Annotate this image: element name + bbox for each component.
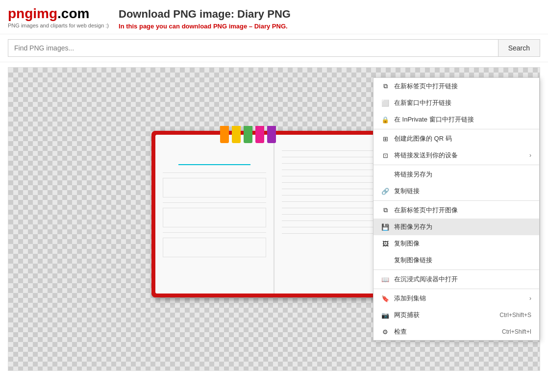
context-menu-item-add-to-collection[interactable]: 🔖添加到集锦› xyxy=(374,290,539,307)
image-area: ⧉在新标签页中打开链接⬜在新窗口中打开链接🔒在 InPrivate 窗口中打开链… xyxy=(8,67,540,371)
bookmarks xyxy=(220,126,276,143)
context-menu-label: 创建此图像的 QR 码 xyxy=(394,134,531,143)
left-page xyxy=(155,135,274,294)
context-menu-label: 网页捕获 xyxy=(394,311,495,319)
page-line xyxy=(163,232,266,233)
capture-icon: 📷 xyxy=(381,311,389,319)
context-menu-label: 在 InPrivate 窗口中打开链接 xyxy=(394,115,531,124)
none-icon xyxy=(381,171,389,178)
context-menu-item-inspect[interactable]: ⚙检查Ctrl+Shift+I xyxy=(374,323,539,340)
context-menu-separator xyxy=(374,129,539,129)
context-menu-item-copy-image[interactable]: 🖼复制图像 xyxy=(374,235,539,252)
copy-img-icon: 🖼 xyxy=(381,240,389,247)
right-line xyxy=(282,176,385,176)
none-icon xyxy=(381,256,389,264)
search-button[interactable]: Search xyxy=(498,39,540,57)
site-logo[interactable]: pngimg.com xyxy=(8,6,109,22)
bookmark-green xyxy=(244,126,252,143)
context-menu-shortcut: Ctrl+Shift+S xyxy=(499,312,531,318)
bookmark-pink xyxy=(255,126,264,143)
link-icon: 🔗 xyxy=(381,187,389,195)
right-line xyxy=(282,150,385,151)
context-menu-separator xyxy=(374,200,539,201)
device-icon: ⊡ xyxy=(381,151,389,159)
context-menu-label: 将链接发送到你的设备 xyxy=(394,151,524,160)
context-menu-label: 在新标签页中打开链接 xyxy=(394,82,531,91)
right-line xyxy=(282,208,385,208)
right-line xyxy=(282,182,385,183)
context-menu-label: 将图像另存为 xyxy=(394,222,531,231)
right-line xyxy=(282,227,385,227)
inprivate-icon: 🔒 xyxy=(381,116,389,123)
page-line xyxy=(163,172,266,173)
search-bar: Search xyxy=(0,34,548,62)
subtitle-prefix: In this page you can download PNG image … xyxy=(119,23,254,30)
context-menu: ⧉在新标签页中打开链接⬜在新窗口中打开链接🔒在 InPrivate 窗口中打开链… xyxy=(373,77,540,341)
context-menu-item-save-image-as[interactable]: 💾将图像另存为 xyxy=(374,219,539,235)
search-input[interactable] xyxy=(8,39,498,57)
context-menu-item-send-to-device[interactable]: ⊡将链接发送到你的设备› xyxy=(374,147,539,164)
right-line xyxy=(282,170,385,170)
context-menu-item-open-image-tab[interactable]: ⧉在新标签页中打开图像 xyxy=(374,202,539,219)
context-menu-label: 添加到集锦 xyxy=(394,294,524,303)
logo-tagline: PNG images and cliparts for web design :… xyxy=(8,23,109,28)
logo-img: img xyxy=(33,6,57,21)
right-line xyxy=(282,233,385,234)
context-menu-label: 在新标签页中打开图像 xyxy=(394,206,531,215)
collection-icon: 🔖 xyxy=(381,294,389,302)
right-line xyxy=(282,157,385,157)
context-menu-item-web-capture[interactable]: 📷网页捕获Ctrl+Shift+S xyxy=(374,307,539,323)
context-menu-label: 检查 xyxy=(394,327,497,336)
context-menu-label: 复制图像链接 xyxy=(394,256,531,265)
context-menu-label: 在沉浸式阅读器中打开 xyxy=(394,275,531,284)
context-menu-item-copy-link[interactable]: 🔗复制链接 xyxy=(374,183,539,199)
page-line-block xyxy=(163,178,266,197)
logo-png: png xyxy=(8,6,33,21)
page-line-block xyxy=(163,238,266,257)
tab-icon: ⧉ xyxy=(381,82,389,90)
bookmark-purple xyxy=(267,126,276,143)
site-header: pngimg.com PNG images and cliparts for w… xyxy=(0,0,548,34)
blue-line xyxy=(178,164,251,165)
submenu-arrow-icon: › xyxy=(529,295,531,302)
page-line xyxy=(163,202,266,203)
right-line xyxy=(282,201,385,202)
diary-image xyxy=(151,131,397,307)
page-title: Download PNG image: Diary PNG xyxy=(119,8,291,21)
bookmark-orange xyxy=(220,126,229,143)
context-menu-item-create-qr[interactable]: ⊞创建此图像的 QR 码 xyxy=(374,130,539,147)
inspect-icon: ⚙ xyxy=(381,328,389,336)
diary-inner xyxy=(155,135,393,294)
context-menu-separator xyxy=(374,165,539,165)
reader-icon: 📖 xyxy=(381,275,389,283)
context-menu-item-open-link-window[interactable]: ⬜在新窗口中打开链接 xyxy=(374,95,539,111)
save-icon: 💾 xyxy=(381,223,389,231)
context-menu-separator xyxy=(374,289,539,289)
context-menu-item-copy-image-link[interactable]: 复制图像链接 xyxy=(374,252,539,269)
subtitle-suffix: . xyxy=(286,23,288,30)
context-menu-item-open-link-tab[interactable]: ⧉在新标签页中打开链接 xyxy=(374,78,539,95)
tab-icon: ⧉ xyxy=(381,206,389,214)
submenu-arrow-icon: › xyxy=(529,152,531,159)
page-line-block xyxy=(163,208,266,227)
main-content: ⧉在新标签页中打开链接⬜在新窗口中打开链接🔒在 InPrivate 窗口中打开链… xyxy=(0,62,548,376)
right-line xyxy=(282,163,385,164)
context-menu-separator xyxy=(374,270,539,270)
context-menu-item-save-link-as[interactable]: 将链接另存为 xyxy=(374,166,539,183)
context-menu-shortcut: Ctrl+Shift+I xyxy=(502,328,531,335)
diary-cover xyxy=(151,131,397,297)
context-menu-label: 复制图像 xyxy=(394,239,531,248)
window-icon: ⬜ xyxy=(381,99,389,107)
page-subtitle: In this page you can download PNG image … xyxy=(119,23,291,30)
context-menu-label: 复制链接 xyxy=(394,187,531,196)
logo-dot-com: .com xyxy=(57,6,89,21)
bookmark-yellow xyxy=(232,126,241,143)
qr-icon: ⊞ xyxy=(381,135,389,143)
context-menu-item-open-link-inprivate[interactable]: 🔒在 InPrivate 窗口中打开链接 xyxy=(374,111,539,128)
right-line xyxy=(282,195,385,196)
right-line xyxy=(282,189,385,189)
context-menu-item-open-immersive[interactable]: 📖在沉浸式阅读器中打开 xyxy=(374,271,539,288)
right-line xyxy=(282,220,385,221)
context-menu-label: 将链接另存为 xyxy=(394,170,531,179)
context-menu-label: 在新窗口中打开链接 xyxy=(394,98,531,107)
